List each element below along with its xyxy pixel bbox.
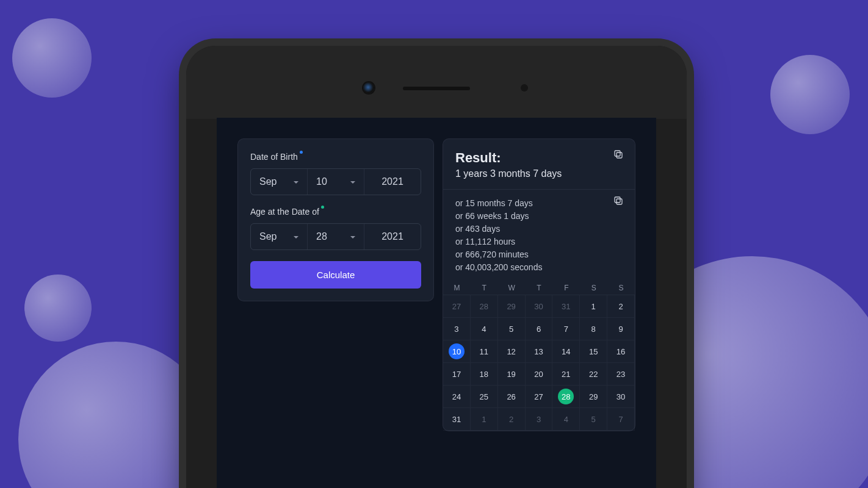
dob-row: Sep 10 2021 <box>250 168 421 195</box>
calendar-day[interactable]: 13 <box>526 340 553 363</box>
calendar-day[interactable]: 10 <box>443 340 471 363</box>
result-main: 1 years 3 months 7 days <box>455 168 623 179</box>
divider <box>443 189 635 190</box>
result-title: Result: <box>455 150 623 166</box>
target-day-select[interactable]: 28 <box>307 224 364 249</box>
svg-rect-0 <box>617 152 622 158</box>
calendar-day[interactable]: 2 <box>607 295 635 318</box>
svg-rect-3 <box>615 197 620 203</box>
target-year-input[interactable]: 2021 <box>364 224 421 249</box>
decorative-bubble <box>12 18 92 98</box>
dob-day-select[interactable]: 10 <box>307 169 364 195</box>
result-line: or 66 weeks 1 days <box>455 210 623 223</box>
calendar-day[interactable]: 14 <box>552 340 580 363</box>
age-at-label: Age at the Date of <box>250 207 319 217</box>
calendar-day[interactable]: 4 <box>471 318 498 340</box>
calendar-day[interactable]: 20 <box>526 363 553 386</box>
calendar-day[interactable]: 30 <box>607 386 635 408</box>
target-day-value: 28 <box>316 231 327 242</box>
chevron-down-icon <box>349 234 355 240</box>
calendar-day[interactable]: 27 <box>443 295 471 318</box>
screen: Date of Birth Sep 10 2021 <box>217 118 656 488</box>
age-at-label-text: Age at the Date of <box>250 207 319 217</box>
calendar-day[interactable]: 28 <box>471 295 498 318</box>
dot-indicator-green <box>321 206 324 209</box>
calendar-day[interactable]: 8 <box>580 318 607 340</box>
calendar-day[interactable]: 2 <box>498 408 526 431</box>
calendar-day[interactable]: 3 <box>443 318 471 340</box>
calendar-day[interactable]: 28 <box>552 386 580 408</box>
dob-year-input[interactable]: 2021 <box>364 169 421 195</box>
calendar-day[interactable]: 3 <box>526 408 553 431</box>
target-month-value: Sep <box>259 231 277 242</box>
calendar-day[interactable]: 27 <box>526 386 553 408</box>
calendar-day[interactable]: 1 <box>471 408 498 431</box>
result-details: or 15 months 7 daysor 66 weeks 1 daysor … <box>455 197 623 274</box>
copy-icon <box>613 195 624 206</box>
result-line: or 11,112 hours <box>455 235 623 248</box>
calendar-day-selected: 28 <box>558 389 574 404</box>
dob-month-select[interactable]: Sep <box>251 169 307 195</box>
calendar-day[interactable]: 5 <box>498 318 526 340</box>
calendar-dow: F <box>552 284 580 292</box>
dot-indicator-blue <box>300 151 303 154</box>
calendar-dow: S <box>580 284 607 292</box>
calendar-day[interactable]: 29 <box>498 295 526 318</box>
calendar-day[interactable]: 26 <box>498 386 526 408</box>
calendar-day[interactable]: 11 <box>471 340 498 363</box>
chevron-down-icon <box>292 179 298 185</box>
calendar-grid: 2728293031123456789101112131415161718192… <box>443 295 635 431</box>
calendar-day[interactable]: 16 <box>607 340 635 363</box>
calendar-day[interactable]: 31 <box>552 295 580 318</box>
camera-icon <box>363 82 374 93</box>
calendar-day[interactable]: 30 <box>526 295 553 318</box>
calendar-dow: S <box>607 284 635 292</box>
calendar-day[interactable]: 4 <box>552 408 580 431</box>
target-year-value: 2021 <box>382 231 403 242</box>
dob-label-text: Date of Birth <box>250 152 298 162</box>
decorative-bubble <box>770 55 850 134</box>
calendar-day[interactable]: 7 <box>607 408 635 431</box>
dob-month-value: Sep <box>259 176 277 187</box>
app: Date of Birth Sep 10 2021 <box>217 118 656 488</box>
dob-year-value: 2021 <box>382 176 403 187</box>
copy-result-button[interactable] <box>613 149 625 161</box>
dob-day-value: 10 <box>316 176 327 187</box>
calendar-dow: M <box>443 284 471 292</box>
calendar-day[interactable]: 7 <box>552 318 580 340</box>
dob-label: Date of Birth <box>250 152 298 162</box>
tablet-frame: Date of Birth Sep 10 2021 <box>186 46 687 488</box>
calendar-day[interactable]: 25 <box>471 386 498 408</box>
calendar-day[interactable]: 1 <box>580 295 607 318</box>
calendar-dow: W <box>498 284 526 292</box>
calendar-day[interactable]: 19 <box>498 363 526 386</box>
target-row: Sep 28 2021 <box>250 223 421 250</box>
calendar-day[interactable]: 9 <box>607 318 635 340</box>
copy-details-button[interactable] <box>613 195 625 207</box>
calendar-day[interactable]: 15 <box>580 340 607 363</box>
svg-rect-2 <box>617 199 622 204</box>
calendar-dow: T <box>471 284 498 292</box>
calendar-day[interactable]: 12 <box>498 340 526 363</box>
calendar-day[interactable]: 22 <box>580 363 607 386</box>
calendar-day[interactable]: 29 <box>580 386 607 408</box>
chevron-down-icon <box>292 234 298 240</box>
calendar-day[interactable]: 31 <box>443 408 471 431</box>
target-month-select[interactable]: Sep <box>251 224 307 249</box>
calendar-day[interactable]: 17 <box>443 363 471 386</box>
calculate-button[interactable]: Calculate <box>250 261 421 289</box>
decorative-bubble <box>18 342 214 488</box>
input-panel: Date of Birth Sep 10 2021 <box>237 138 434 301</box>
chevron-down-icon <box>349 179 355 185</box>
result-line: or 40,003,200 seconds <box>455 261 623 274</box>
calendar-day[interactable]: 18 <box>471 363 498 386</box>
calendar-day[interactable]: 23 <box>607 363 635 386</box>
speaker-icon <box>403 87 470 90</box>
calendar-day[interactable]: 21 <box>552 363 580 386</box>
calendar-day[interactable]: 24 <box>443 386 471 408</box>
calendar-day[interactable]: 6 <box>526 318 553 340</box>
result-line: or 15 months 7 days <box>455 197 623 210</box>
calendar-day[interactable]: 5 <box>580 408 607 431</box>
calendar-day-selected: 10 <box>449 343 465 359</box>
svg-rect-1 <box>615 151 620 156</box>
